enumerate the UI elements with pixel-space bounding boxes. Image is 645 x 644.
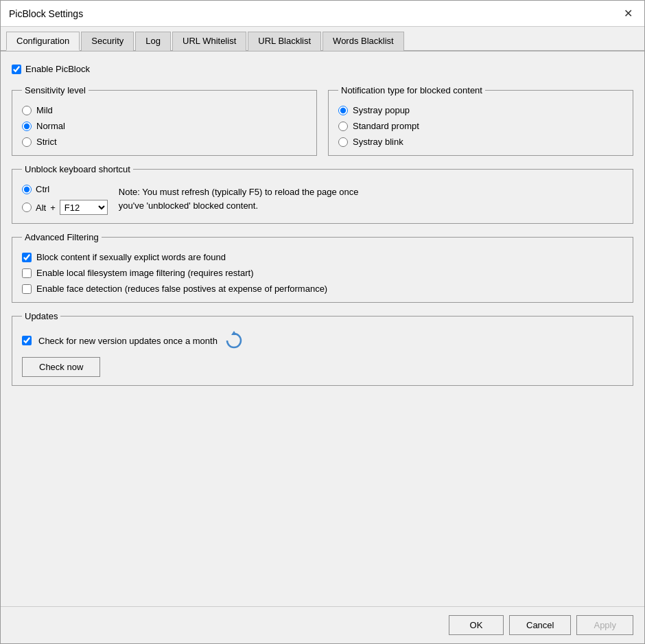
updates-check-row: Check for new version updates once a mon… [22,331,623,350]
advanced-filter-3-checkbox[interactable] [22,284,32,294]
shortcut-ctrl-row: Ctrl [22,184,108,194]
modifier-alt-radio[interactable] [22,203,32,212]
advanced-filtering-fieldset: Advanced Filtering Block content if sexu… [12,232,633,303]
enable-picblock-checkbox[interactable] [12,65,21,74]
refresh-svg [224,331,244,350]
advanced-filter-2-row: Enable local filesystem image filtering … [22,268,623,278]
notification-systray-label[interactable]: Systray popup [353,105,410,115]
notification-standard-row: Standard prompt [338,121,623,131]
tab-configuration-content: Enable PicBlock Sensitivity level Mild N… [1,51,644,606]
updates-content: Check for new version updates once a mon… [22,331,623,377]
sensitivity-mild-row: Mild [22,105,307,115]
notification-standard-radio[interactable] [338,122,348,131]
tab-url-whitelist[interactable]: URL Whitelist [172,32,246,51]
close-button[interactable]: ✕ [620,5,636,22]
check-now-button[interactable]: Check now [22,357,100,377]
notification-blink-row: Systray blink [338,137,623,147]
advanced-filter-3-label[interactable]: Enable face detection (reduces false pos… [36,284,327,294]
tab-url-blacklist[interactable]: URL Blacklist [248,32,321,51]
sensitivity-legend: Sensitivity level [22,85,89,95]
apply-button[interactable]: Apply [576,615,633,635]
advanced-filter-1-row: Block content if sexually explict words … [22,252,623,262]
sensitivity-strict-row: Strict [22,137,307,147]
content-area: Configuration Security Log URL Whitelist… [1,27,644,643]
ok-button[interactable]: OK [449,615,504,635]
notification-blink-radio[interactable] [338,137,348,147]
tab-words-blacklist[interactable]: Words Blacklist [322,32,404,51]
enable-picblock-row: Enable PicBlock [12,61,633,77]
advanced-filter-2-label[interactable]: Enable local filesystem image filtering … [36,268,253,278]
notification-legend: Notification type for blocked content [338,85,485,95]
sensitivity-mild-label[interactable]: Mild [36,105,53,115]
sensitivity-strict-label[interactable]: Strict [36,137,57,147]
advanced-filtering-options: Block content if sexually explict words … [22,252,623,294]
enable-picblock-label[interactable]: Enable PicBlock [25,64,90,74]
sensitivity-fieldset: Sensitivity level Mild Normal Strict [12,85,317,156]
key-select[interactable]: F1 F2 F3 F4 F5 F6 F7 F8 F9 F10 [60,200,108,215]
sensitivity-mild-radio[interactable] [22,106,32,115]
check-updates-checkbox[interactable] [22,336,32,345]
main-window: PicBlock Settings ✕ Configuration Securi… [0,0,645,644]
notification-systray-radio[interactable] [338,106,348,115]
shortcut-fieldset: Unblock keyboard shortcut Ctrl Alt + [12,164,633,224]
key-dropdown: F1 F2 F3 F4 F5 F6 F7 F8 F9 F10 [60,200,108,215]
tabs-bar: Configuration Security Log URL Whitelist… [1,27,644,51]
shortcut-content: Ctrl Alt + F1 F2 F3 F4 [22,184,623,215]
check-updates-label[interactable]: Check for new version updates once a mon… [38,336,218,346]
notification-blink-label[interactable]: Systray blink [353,137,403,147]
sensitivity-notification-row: Sensitivity level Mild Normal Strict [12,85,633,156]
advanced-filter-2-checkbox[interactable] [22,268,32,278]
tab-configuration[interactable]: Configuration [6,32,80,51]
advanced-filter-1-label[interactable]: Block content if sexually explict words … [36,252,226,262]
updates-legend: Updates [22,311,60,321]
title-bar: PicBlock Settings ✕ [1,1,644,27]
modifier-ctrl-radio[interactable] [22,185,32,194]
shortcut-note: Note: You must refresh (typically F5) to… [119,185,366,212]
updates-fieldset: Updates Check for new version updates on… [12,311,633,386]
tab-log[interactable]: Log [135,32,171,51]
sensitivity-options: Mild Normal Strict [22,105,307,147]
bottom-bar: OK Cancel Apply [1,606,644,643]
advanced-filter-3-row: Enable face detection (reduces false pos… [22,284,623,294]
notification-standard-label[interactable]: Standard prompt [353,121,419,131]
advanced-filter-1-checkbox[interactable] [22,253,32,262]
cancel-button[interactable]: Cancel [509,615,571,635]
plus-sign: + [50,203,56,213]
notification-options: Systray popup Standard prompt Systray bl… [338,105,623,147]
sensitivity-normal-radio[interactable] [22,122,32,131]
modifier-ctrl-label[interactable]: Ctrl [36,184,49,194]
notification-systray-row: Systray popup [338,105,623,115]
sensitivity-normal-label[interactable]: Normal [36,121,65,131]
modifier-alt-label[interactable]: Alt [36,203,46,213]
tab-security[interactable]: Security [81,32,134,51]
shortcut-left: Ctrl Alt + F1 F2 F3 F4 [22,184,108,215]
shortcut-legend: Unblock keyboard shortcut [22,164,133,174]
advanced-filtering-legend: Advanced Filtering [22,232,102,242]
refresh-icon [224,331,244,350]
notification-fieldset: Notification type for blocked content Sy… [328,85,633,156]
svg-marker-0 [231,331,237,335]
sensitivity-normal-row: Normal [22,121,307,131]
window-title: PicBlock Settings [9,8,83,19]
sensitivity-strict-radio[interactable] [22,137,32,147]
shortcut-alt-row: Alt + F1 F2 F3 F4 F5 F6 F7 [22,200,108,215]
